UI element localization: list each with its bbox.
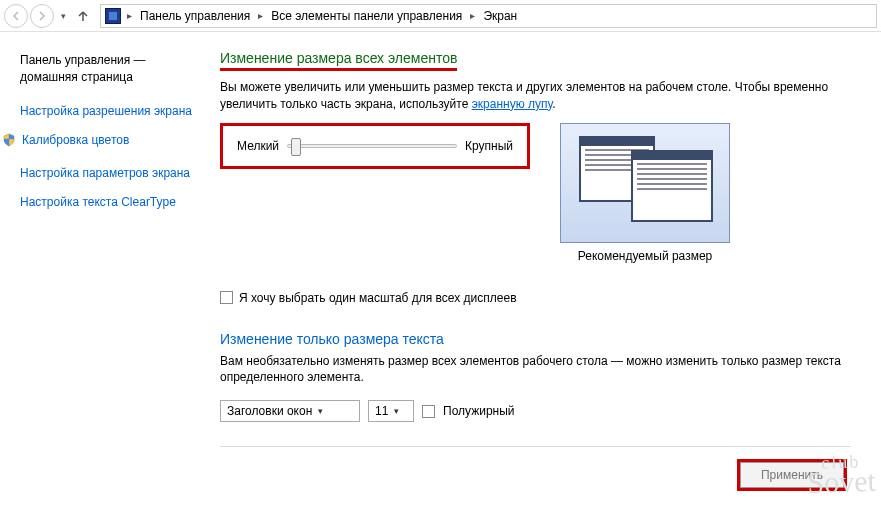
recommended-label: Рекомендуемый размер	[560, 249, 730, 263]
sidebar-item-label: Настройка разрешения экрана	[20, 104, 192, 120]
bold-label: Полужирный	[443, 404, 515, 418]
chevron-right-icon: ▸	[468, 10, 477, 21]
breadcrumb-current[interactable]: Экран	[481, 7, 519, 25]
slider-max-label: Крупный	[465, 139, 513, 153]
breadcrumb-category[interactable]: Все элементы панели управления	[269, 7, 464, 25]
page-heading: Изменение размера всех элементов	[220, 50, 457, 71]
sidebar-item-display-settings[interactable]: Настройка параметров экрана	[20, 166, 200, 182]
size-slider[interactable]	[287, 144, 457, 148]
single-scale-checkbox[interactable]	[220, 291, 233, 304]
text-size-description: Вам необязательно изменять размер всех э…	[220, 353, 851, 387]
font-size-value: 11	[375, 404, 388, 418]
apply-button-highlight: Применить	[737, 459, 847, 491]
bold-checkbox[interactable]	[422, 405, 435, 418]
element-select-value: Заголовки окон	[227, 404, 312, 418]
apply-button[interactable]: Применить	[740, 462, 844, 488]
chevron-right-icon: ▸	[125, 10, 134, 21]
sidebar-item-label: Настройка текста ClearType	[20, 195, 176, 211]
sidebar-item-label: Калибровка цветов	[22, 133, 129, 149]
sidebar-item-label: Настройка параметров экрана	[20, 166, 190, 182]
chevron-right-icon: ▸	[256, 10, 265, 21]
control-panel-home-link[interactable]: Панель управления — домашняя страница	[20, 52, 200, 86]
sidebar-item-resolution[interactable]: Настройка разрешения экрана	[20, 104, 200, 120]
arrow-right-icon	[36, 10, 48, 22]
preview-area: Рекомендуемый размер	[560, 123, 730, 263]
control-panel-icon	[105, 8, 121, 24]
breadcrumb-root[interactable]: Панель управления	[138, 7, 252, 25]
single-scale-checkbox-row: Я хочу выбрать один масштаб для всех дис…	[220, 291, 851, 305]
sidebar-item-calibrate[interactable]: Калибровка цветов	[20, 133, 200, 152]
text-size-heading: Изменение только размера текста	[220, 331, 851, 347]
magnifier-link[interactable]: экранную лупу	[472, 97, 553, 111]
element-select[interactable]: Заголовки окон ▾	[220, 400, 360, 422]
chevron-down-icon: ▾	[394, 406, 399, 416]
chevron-down-icon: ▾	[318, 406, 323, 416]
back-button[interactable]	[4, 4, 28, 28]
arrow-up-icon	[76, 9, 90, 23]
arrow-left-icon	[10, 10, 22, 22]
divider	[220, 446, 851, 447]
home-line1: Панель управления —	[20, 53, 146, 67]
single-scale-label: Я хочу выбрать один масштаб для всех дис…	[239, 291, 517, 305]
slider-thumb[interactable]	[291, 138, 301, 156]
sidebar: Панель управления — домашняя страница На…	[0, 32, 210, 530]
shield-icon	[2, 133, 16, 152]
address-bar: ▾ ▸ Панель управления ▸ Все элементы пан…	[0, 0, 881, 32]
content-pane: Изменение размера всех элементов Вы може…	[210, 32, 881, 530]
forward-button[interactable]	[30, 4, 54, 28]
size-slider-group: Мелкий Крупный	[220, 123, 530, 169]
sidebar-item-cleartype[interactable]: Настройка текста ClearType	[20, 195, 200, 211]
up-button[interactable]	[72, 5, 94, 27]
slider-min-label: Мелкий	[237, 139, 279, 153]
monitors-preview-icon	[560, 123, 730, 243]
breadcrumb[interactable]: ▸ Панель управления ▸ Все элементы панел…	[100, 4, 877, 28]
home-line2: домашняя страница	[20, 70, 133, 84]
page-description: Вы можете увеличить или уменьшить размер…	[220, 79, 851, 113]
font-size-select[interactable]: 11 ▾	[368, 400, 414, 422]
history-dropdown[interactable]: ▾	[56, 4, 70, 28]
